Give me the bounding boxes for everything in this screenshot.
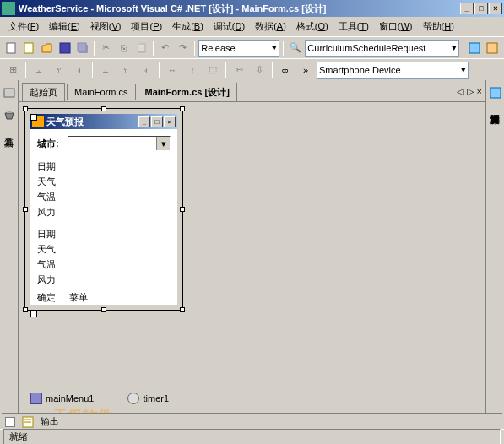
align-right-button[interactable]: ⫞ [70,61,89,79]
overflow-button[interactable]: » [296,61,315,79]
weather-icon [32,116,44,127]
svg-rect-6 [487,43,497,53]
menu-format[interactable]: 格式(O) [291,19,333,35]
app-icon [2,2,15,15]
form-close-button: × [164,116,176,127]
same-width-button[interactable]: ↔ [163,61,182,79]
timer-icon [127,393,139,404]
properties-button[interactable] [485,39,501,57]
tab-nav-left[interactable]: ◁ [457,86,463,97]
date2-label: 日期: [37,228,58,241]
new-project-button[interactable] [3,39,19,57]
menu-build[interactable]: 生成(B) [167,19,209,35]
wind2-label: 风力: [37,273,58,286]
maximize-button[interactable]: □ [474,3,488,14]
redo-button[interactable]: ↷ [175,39,191,57]
svg-rect-8 [490,88,501,98]
solution-explorer-button[interactable] [467,39,483,57]
config-value: Release [201,43,235,53]
server-explorer-tab[interactable] [0,84,19,102]
weather1-label: 天气: [37,176,58,188]
toolbox-tab[interactable] [0,106,19,124]
align-center-button[interactable]: ⫯ [50,61,68,79]
align-left-button[interactable]: ⫠ [30,61,48,79]
menu-edit[interactable]: 编辑(E) [44,19,85,35]
design-surface[interactable]: 天气预报 _ □ × 城市: ▾ 日期: [19,102,485,444]
loop-button[interactable]: ∞ [276,61,295,79]
hspace-button[interactable]: ⇿ [230,61,248,79]
menu-debug[interactable]: 调试(D) [209,19,250,35]
chevron-down-icon: ▾ [458,64,466,75]
open-button[interactable] [39,39,55,57]
svg-rect-4 [78,43,86,51]
paste-button[interactable]: 📋 [133,39,149,57]
menu-help[interactable]: 帮助(H) [418,19,459,35]
softkey-menu: 菜单 [69,291,88,304]
output-checkbox[interactable] [5,417,15,427]
add-item-button[interactable] [21,39,37,57]
svg-rect-0 [7,43,15,53]
undo-button[interactable]: ↶ [157,39,173,57]
device-value: Smartphone Device [319,65,401,75]
save-all-button[interactable] [74,39,90,57]
statusbar: 就绪 [0,429,504,444]
config-dropdown[interactable]: Release ▾ [198,40,279,57]
svg-rect-1 [24,43,33,53]
wind1-label: 风力: [37,206,58,219]
menu-data[interactable]: 数据(A) [250,19,291,35]
weather2-label: 天气: [37,243,58,256]
city-label: 城市: [37,138,68,150]
same-size-button[interactable]: ⬚ [203,61,222,79]
window-title: WeatherService - Microsoft Visual C# .NE… [19,3,460,15]
menu-project[interactable]: 项目(P) [126,19,167,35]
temp2-label: 气温: [37,258,58,271]
find-button[interactable]: 🔍 [287,39,303,57]
same-height-button[interactable]: ↕ [183,61,202,79]
tab-mainform-cs[interactable]: MainForm.cs [67,84,136,100]
project-value: CurriculumScheduleRequest [307,43,425,53]
tray-mainmenu[interactable]: mainMenu1 [30,393,94,404]
device-dropdown[interactable]: Smartphone Device ▾ [317,62,469,79]
status-text: 就绪 [3,429,501,444]
menu-view[interactable]: 视图(V) [85,19,127,35]
align-top-button[interactable]: ⫠ [96,61,115,79]
toolbar-layout: ⊞ ⫠ ⫯ ⫞ ⫠ ⫯ ⫞ ↔ ↕ ⬚ ⇿ ⇳ ∞ » Smartphone D… [0,58,504,80]
align-middle-button[interactable]: ⫯ [117,61,135,79]
output-panel-header[interactable]: 输出 [2,413,502,430]
menu-window[interactable]: 窗口(W) [374,19,418,35]
menu-tools[interactable]: 工具(T) [333,19,374,35]
form-maximize-button: □ [151,116,163,127]
designed-form[interactable]: 天气预报 _ □ × 城市: ▾ 日期: [25,109,182,310]
tab-mainform-design[interactable]: MainForm.cs [设计] [138,82,237,101]
cut-button[interactable]: ✂ [98,39,114,57]
form-titlebar: 天气预报 _ □ × [30,114,177,129]
window-titlebar: WeatherService - Microsoft Visual C# .NE… [0,0,504,17]
temp1-label: 气温: [37,191,58,203]
chevron-down-icon: ▾ [448,42,457,53]
copy-button[interactable]: ⎘ [116,39,132,57]
menubar: 文件(F) 编辑(E) 视图(V) 项目(P) 生成(B) 调试(D) 数据(A… [0,17,504,36]
softkey-ok: 确定 [37,291,56,304]
menu-file[interactable]: 文件(F) [3,19,44,35]
tab-start-page[interactable]: 起始页 [22,83,65,101]
save-button[interactable] [57,39,73,57]
svg-rect-7 [4,89,14,97]
solution-explorer-tab[interactable] [486,84,505,102]
tab-nav-right[interactable]: ▷ [467,86,474,97]
minimize-button[interactable]: _ [460,3,474,14]
close-button[interactable]: × [489,3,502,14]
document-tabs: 起始页 MainForm.cs MainForm.cs [设计] ◁ ▷ × [19,80,485,102]
align-bottom-button[interactable]: ⫞ [137,61,155,79]
tray-timer[interactable]: timer1 [127,393,169,404]
output-label: 输出 [41,415,59,428]
vspace-button[interactable]: ⇳ [250,61,268,79]
menu-icon [30,393,42,404]
align-grid-button[interactable]: ⊞ [3,61,22,79]
city-combobox[interactable]: ▾ [68,136,171,151]
project-dropdown[interactable]: CurriculumScheduleRequest ▾ [305,40,459,57]
tab-close[interactable]: × [477,86,482,97]
form-title: 天气预报 [46,116,138,128]
svg-rect-5 [469,43,480,53]
component-tray: mainMenu1 timer1 [30,393,169,404]
form-minimize-button: _ [138,116,150,127]
